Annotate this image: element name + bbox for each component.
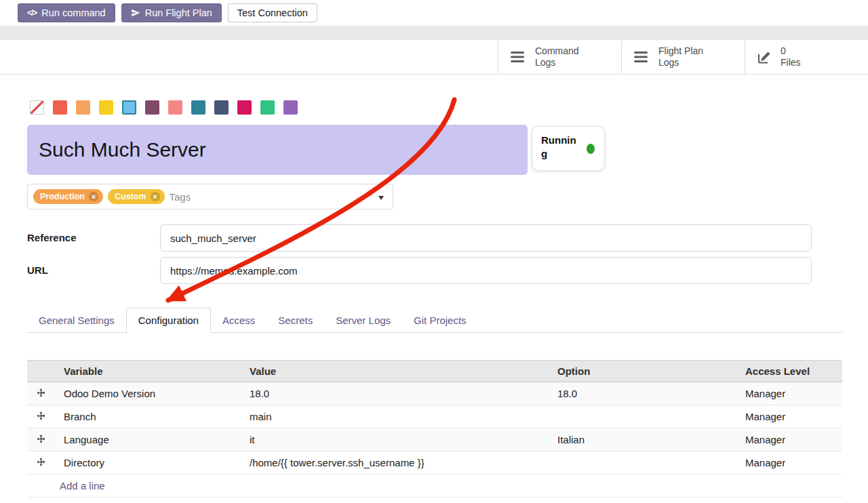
tab-general-settings[interactable]: General Settings [27, 308, 126, 332]
cell-value[interactable]: 18.0 [240, 382, 548, 405]
run-command-label: Run command [41, 7, 105, 18]
files-label: Files [781, 57, 801, 69]
cell-value[interactable]: main [240, 405, 548, 428]
url-label: URL [27, 257, 160, 284]
command-logs-button[interactable]: Command Logs [498, 40, 621, 74]
paper-plane-icon [131, 8, 140, 18]
test-connection-label: Test Connection [237, 7, 308, 18]
color-swatch-selected[interactable] [122, 100, 136, 115]
column-header-option: Option [548, 361, 736, 382]
code-icon: </> [27, 8, 37, 18]
form-sheet: Such Much Server Running Production Cust… [0, 75, 868, 498]
cell-variable[interactable]: Odoo Demo Version [54, 382, 240, 405]
command-logs-label-line1: Command [535, 45, 579, 58]
tab-access[interactable]: Access [211, 308, 267, 332]
cell-value[interactable]: /home/{{ tower.server.ssh_username }} [240, 451, 548, 475]
cell-option[interactable]: 18.0 [548, 382, 736, 405]
column-header-variable: Variable [54, 361, 240, 382]
color-swatch[interactable] [53, 100, 67, 115]
form-header: Command Logs Flight Plan Logs 0 Files [0, 40, 868, 75]
cell-option[interactable] [548, 451, 736, 475]
color-swatch[interactable] [168, 100, 182, 115]
edit-pencil-icon [756, 49, 772, 65]
configuration-table: Variable Value Option Access Level Odoo … [27, 360, 842, 498]
remove-tag-icon[interactable] [89, 192, 98, 201]
color-swatch[interactable] [214, 100, 229, 115]
cell-variable[interactable]: Language [54, 428, 240, 451]
flight-plan-logs-button[interactable]: Flight Plan Logs [621, 40, 745, 74]
cell-access-level[interactable]: Manager [736, 428, 842, 451]
color-swatch[interactable] [237, 100, 252, 115]
cell-access-level[interactable]: Manager [736, 451, 842, 475]
tags-input[interactable]: Production Custom Tags [27, 184, 393, 209]
url-input[interactable]: https://memes.example.com [160, 257, 812, 284]
run-flight-plan-label: Run Flight Plan [145, 7, 212, 18]
table-row: Odoo Demo Version 18.0 18.0 Manager [27, 382, 842, 405]
color-swatch[interactable] [76, 100, 90, 115]
column-header-access-level: Access Level [736, 361, 842, 382]
color-swatch[interactable] [99, 100, 113, 115]
url-field-row: URL https://memes.example.com [27, 257, 868, 284]
test-connection-button[interactable]: Test Connection [228, 3, 317, 22]
reference-label: Reference [27, 224, 160, 252]
cell-option[interactable]: Italian [548, 428, 736, 451]
control-panel-strip [0, 26, 868, 40]
cell-variable[interactable]: Directory [54, 451, 240, 475]
color-swatch[interactable] [260, 100, 275, 115]
reference-field-row: Reference such_much_server [27, 224, 868, 252]
command-logs-label-line2: Logs [535, 57, 579, 69]
color-palette [30, 100, 868, 115]
flight-plan-logs-label-line1: Flight Plan [658, 45, 703, 58]
table-row: Language it Italian Manager [27, 428, 842, 451]
files-button[interactable]: 0 Files [745, 40, 868, 74]
status-label: Running [541, 134, 576, 160]
table-row: Directory /home/{{ tower.server.ssh_user… [27, 451, 842, 475]
chevron-down-icon[interactable] [378, 196, 384, 200]
drag-handle-icon[interactable] [27, 451, 54, 475]
add-a-line-link[interactable]: Add a line [27, 475, 842, 498]
color-swatch-none[interactable] [30, 100, 44, 115]
tags-placeholder: Tags [170, 191, 191, 203]
status-card: Running [532, 126, 605, 171]
flight-plan-logs-label-line2: Logs [658, 57, 703, 69]
add-a-line-row: Add a line [27, 475, 842, 498]
server-name-input[interactable]: Such Much Server [27, 125, 528, 175]
color-swatch[interactable] [191, 100, 205, 115]
tab-git-projects[interactable]: Git Projects [402, 308, 478, 332]
list-icon [633, 49, 650, 64]
files-count: 0 [781, 45, 801, 58]
column-header-value: Value [240, 361, 548, 382]
tab-server-logs[interactable]: Server Logs [324, 308, 402, 332]
table-header-row: Variable Value Option Access Level [27, 361, 842, 382]
tab-configuration[interactable]: Configuration [126, 308, 211, 333]
reference-input[interactable]: such_much_server [160, 224, 812, 252]
color-swatch[interactable] [145, 100, 159, 115]
tag-custom[interactable]: Custom [108, 189, 165, 204]
drag-handle-icon[interactable] [27, 405, 54, 428]
color-swatch[interactable] [283, 100, 298, 115]
title-row: Such Much Server Running [27, 125, 868, 175]
table-row: Branch main Manager [27, 405, 842, 428]
run-flight-plan-button[interactable]: Run Flight Plan [121, 3, 222, 22]
notebook-tabs: General Settings Configuration Access Se… [27, 308, 842, 333]
cell-variable[interactable]: Branch [54, 405, 240, 428]
tag-custom-label: Custom [115, 192, 146, 201]
handle-column-header [27, 361, 54, 382]
list-icon [509, 49, 527, 64]
tag-production[interactable]: Production [33, 189, 103, 204]
cell-access-level[interactable]: Manager [736, 382, 842, 405]
run-command-button[interactable]: </> Run command [18, 3, 115, 22]
cell-access-level[interactable]: Manager [736, 405, 842, 428]
tab-secrets[interactable]: Secrets [267, 308, 324, 332]
cell-option[interactable] [548, 405, 736, 428]
drag-handle-icon[interactable] [27, 382, 54, 405]
remove-tag-icon[interactable] [151, 192, 160, 201]
status-dot [587, 144, 595, 154]
tag-production-label: Production [40, 192, 85, 201]
top-toolbar: </> Run command Run Flight Plan Test Con… [0, 0, 868, 26]
cell-value[interactable]: it [240, 428, 548, 451]
drag-handle-icon[interactable] [27, 428, 54, 451]
